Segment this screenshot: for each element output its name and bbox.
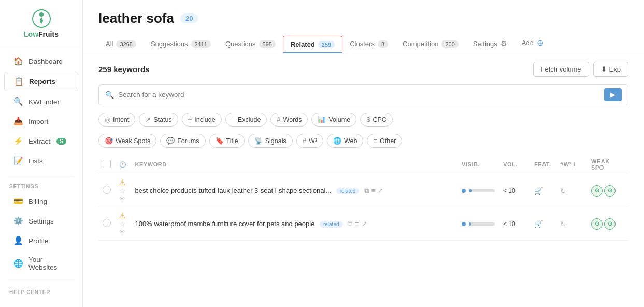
exclude-icon: – [232, 116, 235, 123]
tab-suggestions[interactable]: Suggestions 2411 [144, 36, 218, 53]
keywords-table: 🕐 KEYWORD VISIB. VOL. FEAT. [98, 155, 628, 241]
tab-competition[interactable]: Competition 200 [395, 36, 466, 53]
tab-suggestions-badge: 2411 [191, 40, 211, 48]
sidebar-item-label: Settings [28, 217, 54, 225]
star-icon[interactable]: ☆ [119, 220, 126, 228]
filter-chip-forums[interactable]: 💬 Forums [160, 134, 205, 148]
filter-chip-other[interactable]: ≡ Other [367, 134, 402, 148]
lists-icon: 📝 [13, 156, 23, 165]
settings-section-label: SETTINGS [0, 179, 82, 191]
keyword-cell: 100% waterproof mambe furniture cover fo… [131, 207, 457, 241]
filter-chip-weak-spots[interactable]: 🎯 Weak Spots [98, 134, 156, 148]
table-row: ⚠ ☆ 👁 100% waterproof mambe furniture co… [98, 207, 628, 241]
list-icon[interactable]: ≡ [371, 187, 376, 195]
tab-all[interactable]: All 3265 [98, 36, 144, 53]
eye-icon: 👁 [119, 195, 126, 203]
sidebar-item-profile[interactable]: 👤 Profile [4, 231, 78, 250]
sidebar-item-kwfinder[interactable]: 🔍 KWFinder [4, 92, 78, 111]
sidebar: LowFruits 🏠 Dashboard 📋 Reports 🔍 KWFind… [0, 0, 83, 307]
row-checkbox[interactable] [103, 186, 111, 194]
tab-clusters-label: Clusters [350, 40, 375, 48]
copy-icon[interactable]: ⧉ [348, 220, 352, 228]
table-body: ⚠ ☆ 👁 best choice products tufted faux l… [98, 174, 628, 241]
export-button[interactable]: ⬇ Exp [593, 62, 628, 77]
cart-icon: 🛒 [534, 220, 543, 228]
sidebar-item-import[interactable]: 📥 Import [4, 112, 78, 131]
weakspot-cell: ⊙ ⊙ [587, 174, 628, 207]
status-icon: ↗ [145, 116, 151, 123]
search-input[interactable] [118, 91, 600, 99]
title-icon: 🔖 [216, 137, 224, 145]
external-link-icon[interactable]: ↗ [378, 187, 383, 195]
filter-exclude-label: Exclude [238, 116, 261, 123]
filter-chip-web[interactable]: 🌐 Web [327, 134, 363, 148]
filter-chip-intent[interactable]: ◎ Intent [98, 113, 135, 127]
col-header-checkbox [98, 155, 115, 174]
tab-settings[interactable]: Settings ⚙ [466, 35, 514, 53]
tab-related-badge: 259 [318, 41, 335, 48]
sidebar-item-your-websites[interactable]: 🌐 Your Websites [4, 251, 78, 276]
svg-point-1 [39, 12, 44, 17]
export-icon: ⬇ [601, 65, 607, 73]
tab-settings-label: Settings [473, 40, 497, 48]
warning-icon: ⚠ [119, 212, 126, 220]
volume-cell: < 10 [499, 207, 530, 241]
tab-related[interactable]: Related 259 [283, 36, 342, 53]
add-circle-icon[interactable]: ⊕ [537, 38, 543, 48]
sidebar-item-dashboard[interactable]: 🏠 Dashboard [4, 52, 78, 71]
filter-chip-title[interactable]: 🔖 Title [209, 134, 245, 148]
filter-other-label: Other [380, 137, 396, 145]
tab-all-label: All [106, 40, 113, 48]
external-link-icon[interactable]: ↗ [362, 220, 367, 228]
filter-chip-status[interactable]: ↗ Status [139, 113, 178, 127]
export-label: Exp [609, 65, 621, 73]
reports-icon: 📋 [14, 77, 24, 86]
refresh-icon[interactable]: ↻ [560, 220, 566, 228]
row-checkbox-cell [98, 207, 115, 241]
cart-icon: 🛒 [534, 187, 543, 195]
filter-cpc-label: CPC [373, 116, 386, 123]
sidebar-item-reports[interactable]: 📋 Reports [4, 72, 78, 91]
warning-icon: ⚠ [119, 178, 126, 187]
related-badge: related [336, 188, 360, 194]
select-all-checkbox[interactable] [103, 160, 111, 168]
sidebar-item-billing[interactable]: 💳 Billing [4, 192, 78, 211]
sidebar-item-label: Extract [28, 137, 50, 145]
extract-icon: ⚡ [13, 136, 23, 146]
filter-chip-words[interactable]: # Words [270, 113, 308, 127]
copy-icon[interactable]: ⧉ [364, 187, 369, 195]
sidebar-item-settings[interactable]: ⚙️ Settings [4, 212, 78, 230]
filter-row-1: ◎ Intent ↗ Status + Include – Exclude # … [98, 113, 628, 127]
filter-chip-include[interactable]: + Include [182, 113, 222, 127]
list-icon[interactable]: ≡ [355, 220, 359, 228]
extract-badge: S [56, 138, 66, 145]
header-title-row: leather sofa 20 [98, 10, 628, 26]
filter-chip-w3[interactable]: # W³ [296, 134, 323, 148]
tab-add[interactable]: Add ⊕ [514, 34, 551, 53]
sidebar-item-lists[interactable]: 📝 Lists [4, 151, 78, 170]
row-checkbox[interactable] [103, 219, 111, 227]
tabs: All 3265 Suggestions 2411 Questions 595 … [98, 34, 628, 53]
fetch-volume-button[interactable]: Fetch volume [533, 62, 589, 77]
filter-forums-label: Forums [177, 137, 199, 145]
tab-questions[interactable]: Questions 595 [218, 36, 283, 53]
filter-chip-volume[interactable]: 📊 Volume [311, 113, 356, 127]
page-title: leather sofa [98, 10, 174, 26]
settings-gear-icon: ⚙ [500, 39, 507, 48]
filter-chip-cpc[interactable]: $ CPC [360, 113, 393, 127]
volume-value: < 10 [503, 220, 516, 228]
volume-value: < 10 [503, 187, 516, 194]
sidebar-item-label: Import [28, 118, 48, 125]
settings-icon: ⚙️ [13, 216, 23, 226]
star-icon[interactable]: ☆ [119, 187, 126, 195]
header: leather sofa 20 All 3265 Suggestions 241… [83, 0, 644, 53]
filter-chip-exclude[interactable]: – Exclude [225, 113, 267, 127]
refresh-icon[interactable]: ↻ [560, 187, 566, 195]
sidebar-nav: 🏠 Dashboard 📋 Reports 🔍 KWFinder 📥 Impor… [0, 46, 82, 307]
tab-clusters[interactable]: Clusters 8 [342, 36, 395, 53]
search-blue-button[interactable]: ▶ [604, 88, 622, 101]
weakspot-cell: ⊙ ⊙ [587, 207, 628, 241]
filter-chip-signals[interactable]: 📡 Signals [248, 134, 293, 148]
sidebar-item-extract[interactable]: ⚡ Extract S [4, 132, 78, 150]
filter-words-label: Words [283, 116, 302, 123]
